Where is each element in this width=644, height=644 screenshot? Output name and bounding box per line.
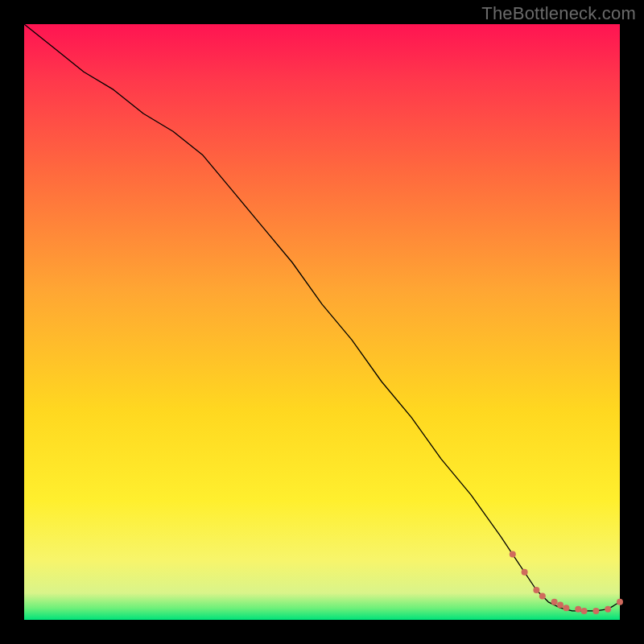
highlight-marker bbox=[551, 599, 558, 605]
highlight-marker bbox=[557, 602, 564, 609]
highlight-marker bbox=[539, 592, 546, 599]
highlight-markers-group bbox=[510, 551, 623, 614]
highlight-marker bbox=[592, 608, 599, 614]
highlight-marker bbox=[563, 605, 569, 611]
highlight-marker bbox=[617, 599, 623, 605]
highlight-marker bbox=[581, 608, 588, 614]
chart-overlay-svg bbox=[24, 24, 620, 620]
chart-stage: TheBottleneck.com bbox=[0, 0, 644, 644]
plot-area bbox=[24, 24, 620, 620]
highlight-marker bbox=[522, 569, 528, 576]
watermark-text: TheBottleneck.com bbox=[481, 3, 636, 24]
highlight-marker bbox=[605, 606, 611, 613]
highlight-marker bbox=[575, 606, 581, 613]
bottleneck-curve-line bbox=[24, 24, 620, 611]
highlight-marker bbox=[533, 587, 539, 593]
highlight-marker bbox=[510, 551, 516, 558]
